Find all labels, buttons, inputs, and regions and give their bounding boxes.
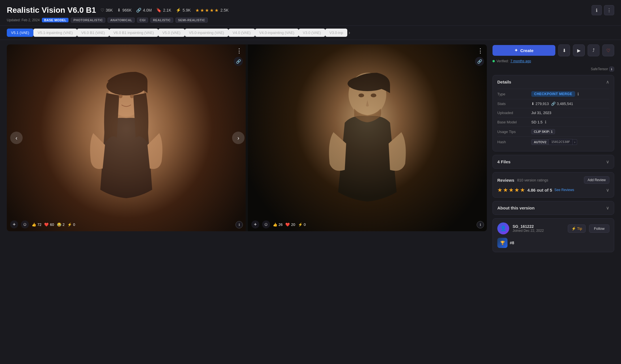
add-review-button[interactable]: Add Review: [584, 176, 609, 184]
about-version-card: About this version ∨: [492, 201, 614, 215]
play-button[interactable]: ▶: [573, 44, 585, 56]
see-reviews-button[interactable]: See Reviews: [554, 188, 574, 192]
tabs-more-arrow[interactable]: ›: [348, 30, 350, 36]
tab-v60b1-inpainting-vae[interactable]: V6.0 B1 inpainting (VAE): [109, 29, 158, 37]
tag-photorealistic: PHOTOREALISTIC: [71, 18, 105, 23]
likes-stat: ♡ 36K: [100, 8, 113, 13]
follow-button[interactable]: Follow: [589, 224, 609, 233]
info-button[interactable]: ℹ: [592, 5, 602, 15]
favorite-button[interactable]: ♡: [602, 44, 614, 56]
gallery-prev-button[interactable]: ‹: [10, 132, 23, 144]
link-icon: 🔗: [551, 102, 556, 106]
reviews-chevron[interactable]: ∨: [606, 187, 609, 193]
more-options-button[interactable]: ⋮: [604, 5, 614, 15]
tag-base-model: BASE MODEL: [42, 18, 68, 22]
details-card-header[interactable]: Details ∧: [493, 75, 614, 89]
gallery-next-button[interactable]: ›: [232, 132, 245, 144]
author-name: SG_161222: [513, 224, 564, 229]
tab-v60b1-vae[interactable]: V6.0 B1 (VAE): [77, 29, 109, 37]
tab-v30-vae[interactable]: V3.0 (VAE): [299, 29, 325, 37]
reviews-section: Reviews 810 version ratings Add Review ★…: [493, 172, 614, 197]
tab-v40-inpainting-vae[interactable]: V4.0-inpainting (VAE): [255, 29, 299, 37]
base-model-info-icon[interactable]: ℹ: [545, 120, 546, 124]
tab-v50-inpainting-vae[interactable]: V5.0-inpainting (VAE): [185, 29, 228, 37]
detail-base-model-value: SD 1.5 ℹ: [531, 120, 546, 124]
author-card: 👤 SG_161222 Joined Dec 22, 2022 ⚡ Tip Fo…: [492, 218, 614, 252]
hash-group: AUTOV2 15012C538F ›: [531, 139, 577, 145]
hash-value: 15012C538F: [549, 139, 572, 145]
image2-menu-button[interactable]: ⋮: [477, 47, 484, 55]
downloads-count: ⬇ 279,913: [531, 102, 549, 106]
title-row: Realistic Vision V6.0 B1 ♡ 36K ⬇ 966K 🔗 …: [7, 5, 614, 15]
thumbs-up-icon: 👍: [273, 222, 277, 227]
detail-stats-row: Stats ⬇ 279,913 🔗 3,485,541: [497, 99, 609, 108]
image1-info-button[interactable]: ℹ: [235, 221, 243, 228]
files-card-header[interactable]: 4 Files ∨: [493, 155, 614, 168]
image1-link-button[interactable]: 🔗: [234, 57, 243, 66]
details-card-body: Type CHECKPOINT MERGE ℹ Stats ⬇ 279,913: [493, 89, 614, 151]
svg-point-6: [358, 93, 364, 97]
detail-hash-value: AUTOV2 15012C538F ›: [531, 139, 577, 145]
reviews-count: 810 version ratings: [517, 178, 548, 182]
image2-info-button[interactable]: ℹ: [477, 221, 484, 228]
tab-v50-vae[interactable]: V5.0 (VAE): [158, 29, 185, 37]
image2-hearts: ❤️ 20: [285, 222, 295, 227]
image2-add-button[interactable]: +: [251, 220, 259, 228]
thumbs-up-icon: 👍: [32, 222, 36, 227]
gallery-image-1: ⋮ 🔗 + ☺ 👍 72 ❤️ 60 😂 2: [7, 44, 246, 231]
tag-realistic: REALISTIC: [150, 18, 173, 23]
tags-row: Updated: Feb 2, 2024 BASE MODEL PHOTOREA…: [7, 18, 614, 23]
tip-button[interactable]: ⚡ Tip: [568, 224, 586, 233]
image1-menu-button[interactable]: ⋮: [236, 47, 243, 55]
image1-add-button[interactable]: +: [10, 220, 18, 228]
detail-type-row: Type CHECKPOINT MERGE ℹ: [497, 89, 609, 99]
detail-hash-row: Hash AUTOV2 15012C538F ›: [497, 136, 609, 147]
image1-laughs: 😂 2: [57, 222, 65, 227]
verified-dot: [492, 60, 495, 62]
lightning-icon: ⚡: [571, 226, 576, 231]
sidebar: ✦ Create ⬇ ▶ ⤴ ♡ Verified: 7 months ago …: [492, 44, 614, 256]
lightning-icon: ⚡: [176, 8, 181, 13]
tab-v51-vae[interactable]: V5.1 (VAE): [7, 29, 33, 37]
page-header: Realistic Vision V6.0 B1 ♡ 36K ⬇ 966K 🔗 …: [0, 0, 621, 26]
image2-emoji-button[interactable]: ☺: [262, 220, 270, 228]
download-button[interactable]: ⬇: [558, 44, 570, 56]
clip-skip-badge: CLIP SKIP: 1: [531, 129, 555, 134]
tab-v30-inp[interactable]: V3.0-inp: [325, 29, 347, 37]
image2-link-button[interactable]: 🔗: [475, 57, 484, 66]
downloads-stat: ⬇ 966K: [117, 8, 132, 13]
bookmark-icon: 🔖: [156, 8, 162, 13]
rank-icon: 🏆: [497, 238, 507, 248]
detail-usage-tips-row: Usage Tips CLIP SKIP: 1: [497, 127, 609, 136]
verified-time-link[interactable]: 7 months ago: [510, 59, 531, 63]
svg-point-3: [130, 95, 134, 98]
tab-v40-vae[interactable]: V4.0 (VAE): [228, 29, 255, 37]
detail-type-value: CHECKPOINT MERGE ℹ: [531, 91, 579, 97]
image1-emoji-button[interactable]: ☺: [21, 220, 29, 228]
image-gallery: ⋮ 🔗 + ☺ 👍 72 ❤️ 60 😂 2: [7, 44, 487, 256]
hash-copy-button[interactable]: ›: [573, 139, 577, 145]
link-icon: 🔗: [136, 8, 142, 13]
svg-point-5: [348, 76, 387, 91]
image1-likes: 👍 72: [32, 222, 41, 227]
safetensor-info-icon[interactable]: ℹ: [609, 67, 614, 72]
svg-point-2: [119, 95, 122, 98]
author-avatar: 👤: [497, 222, 509, 234]
bookmarks-stat: 🔖 2.1K: [156, 8, 171, 13]
hash-algo: AUTOV2: [531, 139, 549, 145]
about-version-header[interactable]: About this version ∨: [493, 201, 614, 215]
create-button[interactable]: ✦ Create: [492, 45, 555, 56]
type-info-icon[interactable]: ℹ: [577, 92, 579, 96]
image1-lightning: ⚡ 0: [67, 222, 75, 227]
author-section: 👤 SG_161222 Joined Dec 22, 2022 ⚡ Tip Fo…: [493, 219, 614, 252]
rank-badge: 🏆 #8: [497, 238, 609, 248]
header-actions: ℹ ⋮: [592, 5, 614, 15]
tag-semi-realistic: SEMI-REALISTIC: [175, 18, 208, 23]
lightning-icon: ⚡: [67, 222, 72, 227]
tab-v51-inpainting-vae[interactable]: V5.1-inpainting (VAE): [33, 29, 77, 37]
reviews-header-row: Reviews 810 version ratings Add Review: [497, 176, 609, 184]
share-button[interactable]: ⤴: [588, 44, 599, 56]
gallery-container: ⋮ 🔗 + ☺ 👍 72 ❤️ 60 😂 2: [7, 44, 487, 231]
heart-icon: ❤️: [44, 222, 49, 227]
details-card: Details ∧ Type CHECKPOINT MERGE ℹ Stats …: [492, 75, 614, 151]
